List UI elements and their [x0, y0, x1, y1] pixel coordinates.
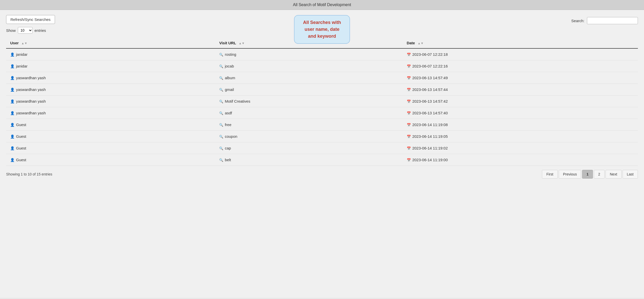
cell-visit-url: 🔍asdf — [215, 107, 403, 119]
calendar-icon: 📅 — [407, 100, 411, 103]
first-button[interactable]: First — [542, 170, 557, 179]
top-right: Search: — [571, 17, 638, 24]
cell-date: 📅2023-06-13 14:57:40 — [403, 107, 638, 119]
cell-date: 📅2023-06-14 11:19:05 — [403, 131, 638, 142]
cell-visit-url: 🔍gmail — [215, 84, 403, 96]
page-2-button[interactable]: 2 — [594, 170, 605, 179]
table-row: 👤janidar🔍jocab📅2023-06-07 12:22:16 — [6, 60, 638, 72]
cell-visit-url: 🔍coupon — [215, 131, 403, 142]
table-row: 👤Guest🔍coupon📅2023-06-14 11:19:05 — [6, 131, 638, 142]
table-row: 👤yaswardhan yash🔍asdf📅2023-06-13 14:57:4… — [6, 107, 638, 119]
calendar-icon: 📅 — [407, 135, 411, 139]
cell-date: 📅2023-06-13 14:57:49 — [403, 72, 638, 84]
calendar-icon: 📅 — [407, 53, 411, 57]
cell-user: 👤janidar — [6, 48, 215, 60]
column-header-date[interactable]: Date ▲▼ — [403, 38, 638, 48]
table-row: 👤Guest🔍cap📅2023-06-14 11:19:02 — [6, 142, 638, 154]
calendar-icon: 📅 — [407, 111, 411, 115]
search-icon: 🔍 — [219, 123, 223, 127]
search-icon: 🔍 — [219, 100, 223, 103]
user-icon: 👤 — [10, 76, 15, 80]
user-icon: 👤 — [10, 52, 15, 57]
calendar-icon: 📅 — [407, 158, 411, 162]
search-icon: 🔍 — [219, 88, 223, 92]
main-content: Refresh/Sync Searches Show 10 25 50 100 … — [0, 10, 644, 298]
title-bar: All Search of Motif Development — [0, 0, 644, 10]
cell-date: 📅2023-06-14 11:19:02 — [403, 142, 638, 154]
table-header-row: User ▲▼ Visit URL ▲▼ Date ▲▼ — [6, 38, 638, 48]
entries-label: entries — [35, 28, 46, 33]
footer-bar: Showing 1 to 10 of 15 entries First Prev… — [6, 166, 638, 179]
table-row: 👤yaswardhan yash🔍Motif Creatives📅2023-06… — [6, 96, 638, 107]
search-icon: 🔍 — [219, 53, 223, 57]
column-header-visit-url[interactable]: Visit URL ▲▼ — [215, 38, 403, 48]
cell-date: 📅2023-06-13 14:57:42 — [403, 96, 638, 107]
search-icon: 🔍 — [219, 135, 223, 139]
user-icon: 👤 — [10, 158, 15, 162]
page-wrapper: All Search of Motif Development Refresh/… — [0, 0, 644, 299]
cell-user: 👤yaswardhan yash — [6, 107, 215, 119]
user-icon: 👤 — [10, 64, 15, 68]
user-icon: 👤 — [10, 134, 15, 139]
show-label: Show — [6, 28, 16, 33]
entries-select[interactable]: 10 25 50 100 — [18, 27, 33, 34]
sort-icon-url: ▲▼ — [239, 42, 245, 45]
search-label: Search: — [571, 19, 584, 23]
calendar-icon: 📅 — [407, 146, 411, 150]
search-icon: 🔍 — [219, 76, 223, 80]
calendar-icon: 📅 — [407, 88, 411, 92]
badge-text: All Searches withuser name, dateand keyw… — [302, 19, 342, 40]
cell-visit-url: 🔍rosting — [215, 48, 403, 60]
page-title: All Search of Motif Development — [293, 3, 351, 7]
cell-date: 📅2023-06-07 12:22:18 — [403, 48, 638, 60]
refresh-button[interactable]: Refresh/Sync Searches — [6, 15, 55, 24]
calendar-icon: 📅 — [407, 64, 411, 68]
previous-button[interactable]: Previous — [559, 170, 581, 179]
user-icon: 👤 — [10, 88, 15, 92]
table-row: 👤yaswardhan yash🔍gmail📅2023-06-13 14:57:… — [6, 84, 638, 96]
cell-visit-url: 🔍cap — [215, 142, 403, 154]
search-icon: 🔍 — [219, 146, 223, 150]
table-row: 👤Guest🔍free📅2023-06-14 11:19:08 — [6, 119, 638, 131]
cell-user: 👤Guest — [6, 154, 215, 166]
search-input[interactable] — [587, 17, 638, 24]
cell-user: 👤yaswardhan yash — [6, 96, 215, 107]
showing-text: Showing 1 to 10 of 15 entries — [6, 172, 52, 176]
page-1-button[interactable]: 1 — [582, 170, 593, 179]
search-icon: 🔍 — [219, 64, 223, 68]
cell-visit-url: 🔍belt — [215, 154, 403, 166]
cell-visit-url: 🔍free — [215, 119, 403, 131]
cell-user: 👤Guest — [6, 119, 215, 131]
cell-visit-url: 🔍Motif Creatives — [215, 96, 403, 107]
cell-date: 📅2023-06-13 14:57:44 — [403, 84, 638, 96]
sort-icon-user: ▲▼ — [21, 42, 27, 45]
show-entries-row: Show 10 25 50 100 entries — [6, 27, 55, 34]
user-icon: 👤 — [10, 111, 15, 115]
cell-user: 👤Guest — [6, 131, 215, 142]
data-table: User ▲▼ Visit URL ▲▼ Date ▲▼ 👤janidar🔍ro… — [6, 38, 638, 166]
cell-date: 📅2023-06-07 12:22:16 — [403, 60, 638, 72]
table-row: 👤janidar🔍rosting📅2023-06-07 12:22:18 — [6, 48, 638, 60]
search-icon: 🔍 — [219, 158, 223, 162]
next-button[interactable]: Next — [606, 170, 622, 179]
calendar-icon: 📅 — [407, 76, 411, 80]
cell-date: 📅2023-06-14 11:19:00 — [403, 154, 638, 166]
cell-visit-url: 🔍jocab — [215, 60, 403, 72]
user-icon: 👤 — [10, 146, 15, 150]
sort-icon-date: ▲▼ — [417, 42, 424, 45]
cell-date: 📅2023-06-14 11:19:08 — [403, 119, 638, 131]
table-container: User ▲▼ Visit URL ▲▼ Date ▲▼ 👤janidar🔍ro… — [6, 38, 638, 166]
cell-user: 👤janidar — [6, 60, 215, 72]
last-button[interactable]: Last — [623, 170, 638, 179]
top-left: Refresh/Sync Searches Show 10 25 50 100 … — [6, 15, 55, 34]
column-header-user[interactable]: User ▲▼ — [6, 38, 215, 48]
calendar-icon: 📅 — [407, 123, 411, 127]
user-icon: 👤 — [10, 123, 15, 127]
table-row: 👤Guest🔍belt📅2023-06-14 11:19:00 — [6, 154, 638, 166]
table-row: 👤yaswardhan yash🔍album📅2023-06-13 14:57:… — [6, 72, 638, 84]
cell-user: 👤yaswardhan yash — [6, 84, 215, 96]
cell-user: 👤Guest — [6, 142, 215, 154]
cell-visit-url: 🔍album — [215, 72, 403, 84]
user-icon: 👤 — [10, 99, 15, 103]
cell-user: 👤yaswardhan yash — [6, 72, 215, 84]
